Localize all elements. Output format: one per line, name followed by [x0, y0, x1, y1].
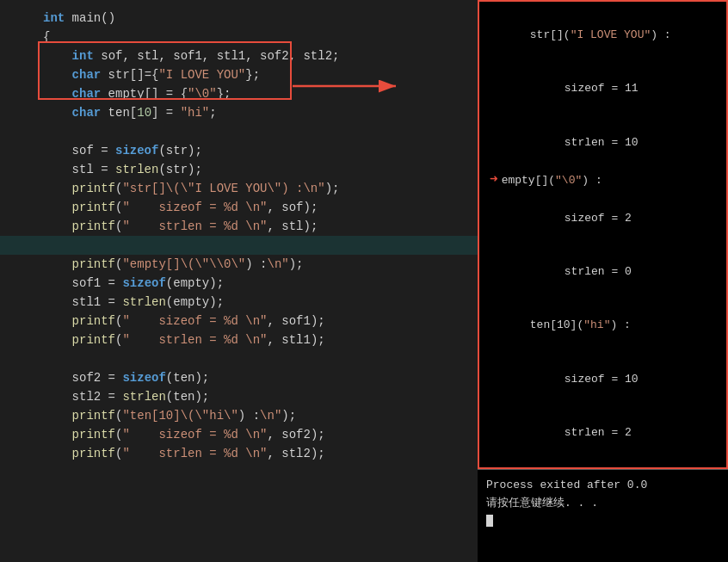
output-popup: str[]("I LOVE YOU") : sizeof = 11 strlen… [478, 0, 728, 469]
popup-line-1: str[]("I LOVE YOU") : [490, 9, 716, 62]
code-line-9: stl = strlen (str); [0, 160, 478, 179]
code-line-8: sof = sizeof (str); [0, 141, 478, 160]
code-line-19 [0, 349, 478, 368]
popup-line-5: sizeof = 2 [490, 192, 716, 245]
red-arrow-icon: ➜ [490, 170, 498, 192]
popup-line-7: ten[10]("hi") : [490, 300, 716, 353]
code-line-20: sof2 = sizeof (ten); [0, 368, 478, 387]
code-line-10: printf ( "str[]\(\"I LOVE YOU\") :\n" ); [0, 179, 478, 198]
right-panel: str[]("I LOVE YOU") : sizeof = 11 strlen… [478, 0, 728, 562]
code-line-18: printf ( " strlen = %d \n" , stl1); [0, 330, 478, 349]
terminal-line-2: 请按任意键继续. . . [486, 495, 719, 513]
code-line-1: int main() [0, 9, 478, 28]
code-line-14: printf ( "empty[]\(\"\\0\" ) : \n" ); [0, 255, 478, 274]
code-line-2: { [0, 28, 478, 46]
code-line-22: printf ( "ten[10]\(\"hi\" ) : \n" ); [0, 406, 478, 425]
code-line-15: sof1 = sizeof (empty); [0, 274, 478, 293]
code-line-13 [0, 236, 478, 255]
code-editor: int main() { int sof, stl, sof1, stl1, s… [0, 0, 478, 562]
code-line-7 [0, 122, 478, 141]
code-line-17: printf ( " sizeof = %d \n" , sof1); [0, 312, 478, 330]
popup-line-9: strlen = 2 [490, 406, 716, 460]
code-line-21: stl2 = strlen (ten); [0, 387, 478, 406]
code-line-11: printf ( " sizeof = %d \n" , sof); [0, 198, 478, 217]
code-line-12: printf ( " strlen = %d \n" , stl); [0, 217, 478, 236]
code-line-5: char empty[] = { "\0" }; [0, 84, 478, 103]
terminal-panel: Process exited after 0.0 请按任意键继续. . . [478, 469, 728, 562]
popup-line-2: sizeof = 11 [490, 62, 716, 115]
code-line-24: printf ( " strlen = %d \n" , stl2); [0, 444, 478, 463]
terminal-line-1: Process exited after 0.0 [486, 477, 719, 495]
code-line-16: stl1 = strlen (empty); [0, 293, 478, 312]
code-line-6: char ten[ 10 ] = "hi" ; [0, 103, 478, 122]
popup-line-8: sizeof = 10 [490, 353, 716, 406]
popup-line-3: strlen = 10 [490, 116, 716, 170]
popup-line-4: ➜ empty[]("\0") : [490, 170, 716, 192]
popup-line-6: strlen = 0 [490, 245, 716, 299]
code-line-4: char str[]={ "I LOVE YOU" }; [0, 65, 478, 84]
code-line-3: int sof, stl, sof1, stl1, sof2, stl2; [0, 46, 478, 65]
terminal-cursor [486, 515, 493, 527]
code-line-23: printf ( " sizeof = %d \n" , sof2); [0, 425, 478, 444]
